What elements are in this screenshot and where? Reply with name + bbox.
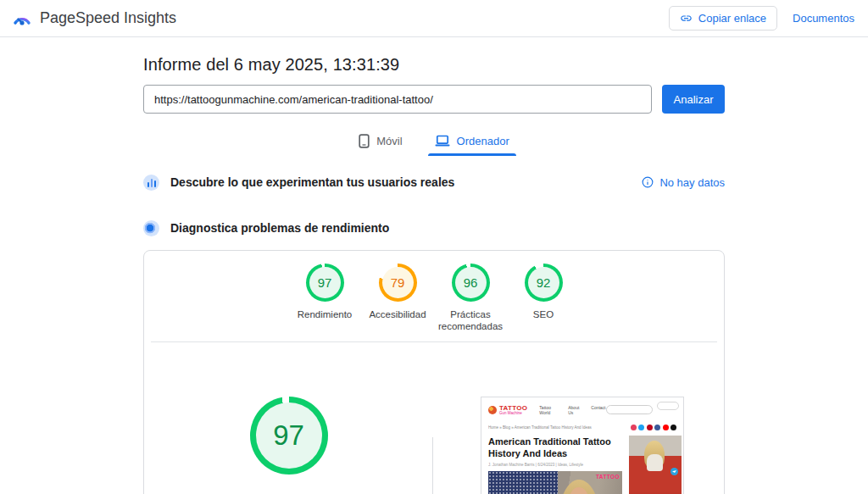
thumb-scrollbar-pill: [657, 402, 679, 410]
thumb-site-nav: Tattoo World About Us Contact: [539, 405, 605, 415]
thumb-hero-watermark: TATTOO: [596, 474, 620, 480]
no-data-label: No hay datos: [659, 176, 725, 189]
thumb-social-icon: [670, 425, 676, 430]
info-icon: [642, 176, 654, 188]
vertical-divider: [432, 437, 433, 494]
thumb-article-title: American Traditional Tattoo History And …: [488, 436, 622, 459]
no-data-status[interactable]: No hay datos: [642, 176, 725, 189]
score-label: Accesibilidad: [369, 308, 426, 320]
score-label: Prácticas recomendadas: [434, 308, 507, 332]
thumb-site-header: TATTOO Gun Machine Tattoo World About Us…: [481, 397, 683, 419]
pagespeed-logo-icon: [12, 8, 32, 29]
performance-big-gauge: 97: [250, 397, 328, 475]
url-row: Analizar: [143, 85, 725, 114]
documents-link[interactable]: Documentos: [793, 12, 854, 25]
performance-detail-section: 97 Rendimiento Los valores son estimacio…: [144, 342, 724, 494]
url-input[interactable]: [143, 85, 652, 114]
mobile-phone-icon: [359, 134, 370, 148]
link-icon: [680, 12, 693, 25]
performance-gauge: 97: [306, 264, 344, 302]
score-performance[interactable]: 97 Rendimiento: [288, 264, 361, 332]
diagnostics-title: Diagnostica problemas de rendimiento: [170, 221, 389, 235]
thumb-hero-image: TATTOO: [488, 471, 622, 494]
copy-link-button[interactable]: Copiar enlace: [669, 6, 777, 31]
best-practices-gauge: 96: [452, 264, 490, 302]
thumb-social-icon: [663, 425, 669, 430]
thumb-social-icon: [638, 425, 644, 430]
diagnostics-section-header: Diagnostica problemas de rendimiento: [143, 216, 725, 240]
tab-desktop[interactable]: Ordenador: [425, 129, 520, 156]
app-title: PageSpeed Insights: [40, 9, 176, 27]
performance-gauge-column: 97 Rendimiento Los valores son estimacio…: [144, 397, 433, 494]
thumb-social-icon: [631, 425, 637, 430]
thumb-social-icons: [631, 425, 677, 430]
app-logo-group[interactable]: PageSpeed Insights: [12, 8, 176, 29]
thumb-article-meta: J. Jonathan Machine Barris | 6/24/2023 |…: [488, 463, 622, 467]
device-tabs: Móvil Ordenador: [143, 129, 725, 156]
accessibility-gauge: 79: [379, 264, 417, 302]
diagnostics-icon: [143, 220, 159, 236]
page-screenshot-thumbnail[interactable]: TATTOO Gun Machine Tattoo World About Us…: [481, 397, 684, 494]
lighthouse-report-card: 97 Rendimiento 79 Accesibilidad 96 Práct…: [143, 250, 725, 494]
score-label: SEO: [533, 308, 554, 320]
analyze-button[interactable]: Analizar: [662, 85, 725, 114]
thumb-telegram-icon: [670, 468, 678, 475]
screenshot-column: TATTOO Gun Machine Tattoo World About Us…: [433, 397, 724, 494]
score-best-practices[interactable]: 96 Prácticas recomendadas: [434, 264, 507, 332]
thumb-sidebar-ad: I SEE YOU ON TELEGRAM: [629, 436, 682, 494]
score-accessibility[interactable]: 79 Accesibilidad: [361, 264, 434, 332]
main-content: Informe del 6 may 2025, 13:31:39 Analiza…: [143, 55, 725, 494]
thumb-logo-icon: [488, 406, 497, 414]
thumb-breadcrumb-row: Home » Blog » American Traditional Tatto…: [481, 419, 683, 430]
top-bar: PageSpeed Insights Copiar enlace Documen…: [0, 0, 868, 37]
tab-mobile[interactable]: Móvil: [348, 129, 412, 156]
field-data-title: Descubre lo que experimentan tus usuario…: [170, 175, 454, 189]
field-data-section-header: Descubre lo que experimentan tus usuario…: [143, 170, 725, 194]
thumb-search-box: [606, 405, 654, 414]
desktop-laptop-icon: [435, 135, 450, 147]
thumb-site-logo: TATTOO Gun Machine: [488, 403, 527, 416]
field-data-icon: [143, 175, 159, 191]
performance-big-label: Rendimiento: [236, 491, 342, 494]
tab-mobile-label: Móvil: [376, 135, 402, 147]
top-bar-actions: Copiar enlace Documentos: [669, 6, 854, 31]
score-seo[interactable]: 92 SEO: [507, 264, 580, 332]
category-scores-row: 97 Rendimiento 79 Accesibilidad 96 Práct…: [144, 251, 724, 332]
tab-desktop-label: Ordenador: [457, 135, 509, 147]
copy-link-label: Copiar enlace: [698, 12, 766, 25]
thumb-breadcrumb: Home » Blog » American Traditional Tatto…: [488, 425, 615, 430]
score-label: Rendimiento: [298, 308, 353, 320]
report-title: Informe del 6 may 2025, 13:31:39: [143, 55, 725, 75]
seo-gauge: 92: [525, 264, 563, 302]
thumb-body: American Traditional Tattoo History And …: [481, 430, 683, 494]
thumb-social-icon: [647, 425, 653, 430]
thumb-social-icon: [654, 425, 660, 430]
thumb-flag-canton: [488, 471, 558, 494]
